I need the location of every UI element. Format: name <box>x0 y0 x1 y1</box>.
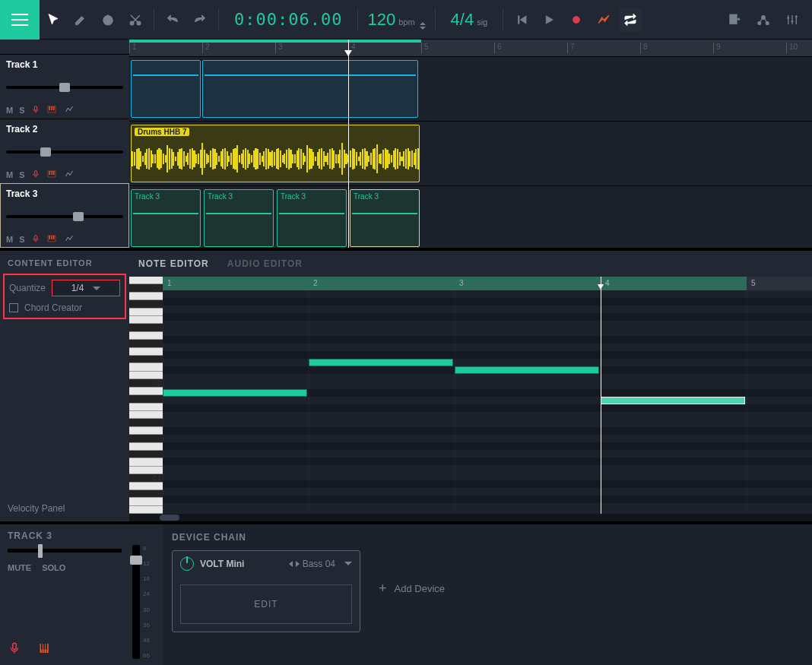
piano-white-key[interactable] <box>129 483 163 490</box>
piano-white-key[interactable] <box>129 498 163 505</box>
arm-record-icon[interactable] <box>31 169 40 180</box>
keyboard-icon[interactable] <box>38 641 53 659</box>
loop-button[interactable] <box>619 8 642 31</box>
arm-record-icon[interactable] <box>31 234 40 245</box>
time-display[interactable]: 0:00:06.00 <box>224 10 353 29</box>
piano-white-key[interactable] <box>129 388 163 395</box>
piano-white-key[interactable] <box>129 467 163 474</box>
solo-button[interactable]: S <box>19 235 24 244</box>
mute-button[interactable]: M <box>6 235 13 244</box>
track-lane[interactable] <box>129 56 812 121</box>
track-header[interactable]: Track 1MS <box>0 54 129 119</box>
track-volume-slider[interactable] <box>6 150 123 154</box>
audio-clip[interactable]: Drums HHB 7 <box>131 125 420 182</box>
piano-black-key[interactable] <box>129 435 163 442</box>
mute-button[interactable]: M <box>6 170 13 179</box>
piano-white-key[interactable] <box>129 363 163 371</box>
piano-white-key[interactable] <box>129 506 163 514</box>
piano-black-key[interactable] <box>129 356 163 363</box>
quantize-dropdown[interactable]: 1/4 <box>52 280 120 296</box>
export-button[interactable] <box>721 0 748 40</box>
device-edit-button[interactable]: EDIT <box>180 584 352 624</box>
piano-white-key[interactable] <box>129 348 163 356</box>
midi-clip[interactable]: Track 3 <box>131 189 201 247</box>
midi-clip[interactable] <box>202 60 418 118</box>
preset-prev-icon[interactable] <box>289 561 293 567</box>
add-device-button[interactable]: + Add Device <box>379 581 445 597</box>
track-volume-slider[interactable] <box>6 215 123 218</box>
track-lane[interactable]: Track 3Track 3Track 3Track 3 <box>129 185 812 248</box>
record-button[interactable] <box>563 0 590 40</box>
timeline-ruler[interactable]: 1234567891011 <box>129 40 812 56</box>
metronome-tool[interactable] <box>94 0 122 40</box>
tab-audio-editor[interactable]: AUDIO EDITOR <box>227 258 303 269</box>
preset-next-icon[interactable] <box>296 561 300 567</box>
track-lane[interactable]: Drums HHB 7 <box>129 121 812 185</box>
piano-black-key[interactable]: C2 <box>129 379 163 387</box>
note-hscroll[interactable] <box>129 514 812 521</box>
mute-button[interactable]: M <box>6 106 13 115</box>
midi-note[interactable] <box>601 397 745 404</box>
piano-black-key[interactable] <box>129 419 163 426</box>
note-ruler[interactable]: 12345 <box>163 277 812 290</box>
mic-icon[interactable] <box>8 641 21 659</box>
piano-black-key[interactable] <box>129 324 163 331</box>
piano-black-key[interactable] <box>129 451 163 458</box>
piano-white-key[interactable] <box>129 443 163 451</box>
automation-icon[interactable] <box>63 105 75 116</box>
keyboard-icon[interactable] <box>46 234 57 245</box>
playhead[interactable] <box>348 40 349 248</box>
bpm-display[interactable]: 120 bpm <box>363 10 430 30</box>
device-preset-selector[interactable]: Bass 04 <box>289 559 352 569</box>
tab-note-editor[interactable]: NOTE EDITOR <box>138 258 209 269</box>
midi-note[interactable] <box>455 366 599 374</box>
midi-note[interactable] <box>163 389 307 397</box>
piano-white-key[interactable] <box>129 404 163 411</box>
midi-clip[interactable] <box>131 60 201 118</box>
note-grid[interactable]: 12345 <box>163 277 812 514</box>
pencil-tool[interactable] <box>67 0 94 40</box>
main-menu-button[interactable] <box>0 0 40 40</box>
track-volume-slider[interactable] <box>6 86 123 89</box>
note-playhead[interactable] <box>601 277 601 514</box>
track-header[interactable]: Track 3MS <box>0 183 129 248</box>
piano-white-key[interactable] <box>129 293 163 300</box>
piano-white-key[interactable] <box>129 411 163 419</box>
piano-white-key[interactable] <box>129 458 163 466</box>
share-button[interactable] <box>750 0 777 40</box>
arrange-grid[interactable]: 1234567891011 Drums HHB 7Track 3Track 3T… <box>129 40 812 248</box>
midi-clip[interactable]: Track 3 <box>204 189 274 247</box>
go-to-start-button[interactable] <box>508 0 535 40</box>
play-button[interactable] <box>535 0 563 40</box>
redo-button[interactable] <box>186 0 214 40</box>
automation-icon[interactable] <box>63 169 75 180</box>
undo-button[interactable] <box>159 0 186 40</box>
automation-button[interactable] <box>590 0 617 40</box>
piano-white-key[interactable] <box>129 277 163 284</box>
solo-button[interactable]: S <box>19 170 24 179</box>
volume-fader[interactable] <box>132 545 140 659</box>
piano-black-key[interactable] <box>129 340 163 347</box>
track-header[interactable]: Track 2MS <box>0 119 129 183</box>
piano-white-key[interactable] <box>129 332 163 340</box>
piano-keyboard[interactable]: C3C2C1 <box>129 277 163 514</box>
keyboard-icon[interactable] <box>46 105 57 116</box>
midi-clip[interactable]: Track 3 <box>350 189 420 247</box>
solo-button[interactable]: SOLO <box>42 563 65 572</box>
piano-white-key[interactable] <box>129 372 163 379</box>
piano-white-key[interactable] <box>129 309 163 316</box>
piano-black-key[interactable] <box>129 395 163 403</box>
solo-button[interactable]: S <box>19 106 24 115</box>
device-power-button[interactable] <box>180 557 194 571</box>
pan-slider[interactable] <box>8 549 122 553</box>
mute-button[interactable]: MUTE <box>8 563 31 572</box>
note-clip-region[interactable] <box>163 277 747 290</box>
velocity-panel-label[interactable]: Velocity Panel <box>0 496 129 521</box>
midi-note[interactable] <box>309 359 453 366</box>
mixer-button[interactable] <box>779 0 806 40</box>
piano-black-key[interactable]: C1 <box>129 474 163 482</box>
automation-icon[interactable] <box>63 234 75 245</box>
cut-tool[interactable] <box>122 0 149 40</box>
bpm-spinner[interactable] <box>420 22 426 30</box>
chevron-down-icon[interactable] <box>344 562 352 565</box>
